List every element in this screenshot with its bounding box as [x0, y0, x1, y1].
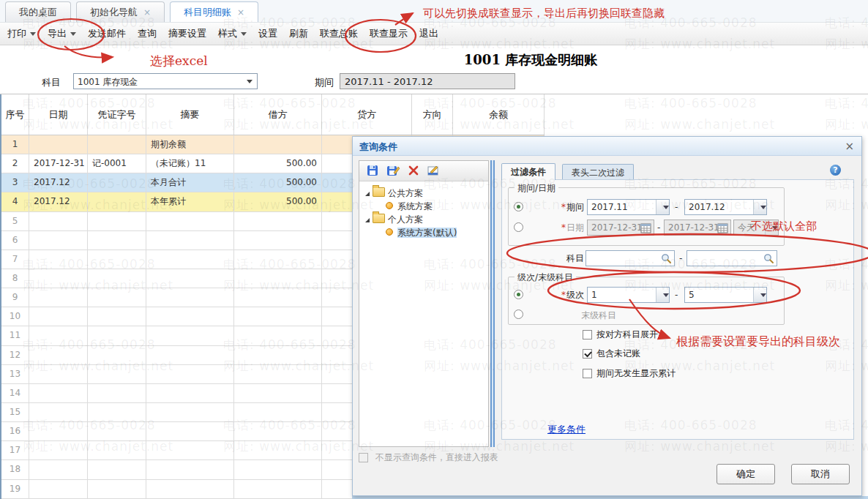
cell-voucher — [88, 212, 146, 231]
toolbar-button-3[interactable]: 查询 — [138, 27, 157, 40]
cell-debit — [234, 403, 322, 422]
tab-1[interactable]: 初始化导航× — [76, 1, 165, 22]
checkbox[interactable] — [359, 453, 368, 462]
tab-header-second-filter[interactable]: 表头二次过滤 — [562, 164, 634, 180]
date-to-field[interactable]: 2017-12-31 — [664, 220, 731, 236]
more-conditions-link[interactable]: 更多条件 — [547, 423, 585, 436]
cell-date — [29, 422, 88, 441]
tree-item[interactable]: 系统方案(默认) — [359, 226, 488, 239]
checkbox[interactable] — [583, 369, 592, 378]
folder-icon — [373, 187, 385, 197]
level-radio[interactable] — [514, 290, 523, 299]
checkbox[interactable] — [583, 330, 592, 339]
period-display-field[interactable]: 2017.11 - 2017.12 — [340, 73, 515, 89]
tree-group-label: 公共方案 — [388, 188, 423, 198]
cancel-button[interactable]: 取消 — [791, 464, 850, 484]
cell-voucher — [88, 307, 146, 326]
toolbar-button-7[interactable]: 刷新 — [289, 27, 308, 40]
cell-debit — [234, 135, 322, 154]
toolbar-button-6[interactable]: 设置 — [258, 27, 277, 40]
cell-summary — [146, 384, 234, 403]
close-icon[interactable]: × — [845, 140, 854, 153]
date-from-field[interactable]: 2017-12-31 — [587, 220, 654, 236]
cell-no: 15 — [1, 403, 29, 422]
date-label: *日期 — [543, 220, 584, 236]
toolbar-button-4[interactable]: 摘要设置 — [168, 27, 206, 40]
cell-debit — [234, 307, 322, 326]
caret-down-icon[interactable] — [753, 288, 766, 302]
cell-date — [29, 269, 88, 288]
edit-icon[interactable] — [426, 163, 441, 178]
cell-debit — [234, 346, 322, 365]
tree-group-0[interactable]: 公共方案 — [359, 187, 488, 200]
date-to-value: 2017-12-31 — [668, 222, 719, 233]
toolbar-button-5[interactable]: 样式 — [218, 27, 247, 40]
cell-voucher — [88, 231, 146, 250]
cell-date — [29, 288, 88, 307]
option-row-0[interactable]: 按对方科目展开 — [583, 329, 658, 341]
toolbar-button-label: 退出 — [419, 28, 438, 39]
checkbox[interactable] — [583, 349, 592, 359]
option-row-2[interactable]: 期间无发生显示累计 — [583, 368, 676, 380]
calendar-icon[interactable] — [640, 222, 651, 233]
today-combo[interactable]: 今天 — [733, 220, 779, 236]
caret-down-icon[interactable] — [656, 200, 669, 214]
expander-icon[interactable] — [365, 192, 370, 196]
query-condition-dialog: 查询条件 × 公共方案系统方案个人方案系统方案(默认) — [352, 136, 862, 496]
toolbar-button-1[interactable]: 导出 — [48, 27, 76, 40]
tab-2[interactable]: 科目明细账× — [170, 1, 258, 23]
save-icon[interactable] — [365, 163, 380, 178]
watermark-text: 网址: www.chanjet.net — [825, 116, 868, 133]
leaf-subject-radio[interactable] — [514, 309, 523, 319]
cell-summary — [146, 212, 234, 231]
cell-debit: 500.00 — [234, 173, 322, 192]
cell-no: 5 — [1, 212, 29, 231]
search-icon[interactable] — [661, 253, 672, 264]
close-icon[interactable]: × — [237, 7, 244, 18]
tree-group-1[interactable]: 个人方案 — [359, 213, 488, 226]
close-icon[interactable]: × — [143, 7, 151, 18]
cell-summary — [146, 326, 234, 345]
level-group-legend: 级次/末级科目 — [515, 271, 576, 284]
caret-down-icon[interactable] — [765, 220, 778, 235]
help-icon[interactable]: ? — [830, 165, 841, 176]
tab-filter-conditions[interactable]: 过滤条件 — [501, 163, 555, 180]
toolbar-button-9[interactable]: 联查显示 — [370, 27, 408, 40]
range-separator: - — [675, 287, 678, 303]
period-to-combo[interactable]: 2017.12 — [684, 199, 767, 215]
ok-button[interactable]: 确定 — [717, 464, 775, 484]
cell-voucher — [88, 460, 146, 479]
cell-no: 14 — [1, 384, 29, 403]
subject-select[interactable]: 1001 库存现金 — [73, 73, 258, 89]
skip-query-option[interactable]: 不显示查询条件，直接进入报表 — [359, 451, 498, 464]
date-radio[interactable] — [514, 222, 523, 232]
toolbar-button-8[interactable]: 联查总账 — [320, 27, 358, 40]
cell-voucher — [88, 441, 146, 460]
tab-0[interactable]: 我的桌面 — [5, 1, 71, 22]
save-as-icon[interactable] — [386, 163, 400, 178]
panel-splitter[interactable] — [490, 160, 495, 447]
toolbar-button-10[interactable]: 退出 — [419, 27, 438, 40]
toolbar-button-2[interactable]: 发送邮件 — [88, 27, 126, 40]
cell-date — [29, 480, 88, 499]
option-row-1[interactable]: 包含未记账 — [583, 348, 640, 360]
level-from-combo[interactable]: 1 — [587, 287, 670, 303]
subject-to-field[interactable] — [686, 250, 777, 266]
toolbar-button-0[interactable]: 打印 — [7, 27, 36, 40]
column-header: 序号 — [1, 94, 29, 135]
page-title: 1001 库存现金明细账 — [414, 51, 648, 69]
subject-from-field[interactable] — [585, 250, 675, 266]
caret-down-icon[interactable] — [753, 200, 766, 214]
level-to-combo[interactable]: 5 — [684, 287, 767, 303]
expander-icon[interactable] — [365, 218, 370, 222]
period-label: *期间 — [543, 199, 584, 215]
delete-icon[interactable] — [406, 163, 421, 178]
caret-down-icon[interactable] — [656, 288, 669, 302]
level-from-value: 1 — [591, 290, 597, 300]
cell-date — [29, 231, 88, 250]
period-radio[interactable] — [514, 202, 523, 211]
toolbar-button-label: 发送邮件 — [88, 28, 126, 39]
calendar-icon[interactable] — [717, 222, 728, 233]
search-icon[interactable] — [763, 253, 774, 264]
period-from-combo[interactable]: 2017.11 — [587, 199, 670, 215]
